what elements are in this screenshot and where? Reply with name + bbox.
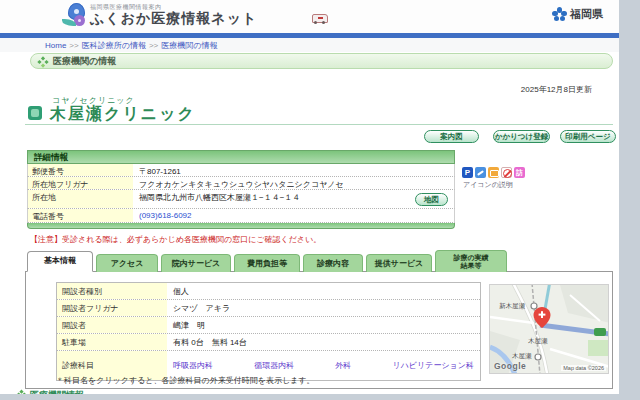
browser-viewport: 福岡県医療機関情報案内 ふくおか医療情報ネット 福岡県 Home>>医科診療所の… bbox=[0, 0, 640, 400]
clover-icon bbox=[17, 390, 27, 394]
breadcrumb-home[interactable]: Home bbox=[45, 41, 66, 50]
map-attribution: Map data ©2026 bbox=[561, 365, 606, 371]
section-title-bar: 医療機関の情報 bbox=[30, 53, 613, 69]
table-row: 開設者フリガナ シマヅ アキラ bbox=[57, 300, 480, 317]
tab-basic-info[interactable]: 基本情報 bbox=[27, 251, 93, 272]
row-label: 開設者フリガナ bbox=[57, 300, 167, 316]
row-label: 開設者種別 bbox=[57, 283, 167, 299]
updated-date: 2025年12月8日更新 bbox=[521, 84, 592, 95]
title-underline bbox=[25, 124, 613, 125]
basic-info-panel: 開設者種別 個人 開設者フリガナ シマヅ アキラ 開設者 嶋津 明 駐車場 有料… bbox=[25, 271, 613, 389]
dept-link-respiratory[interactable]: 呼吸器内科 bbox=[173, 360, 213, 371]
location-map[interactable]: 新木屋瀬 木屋瀬 木屋瀬 Google Map data ©2026 bbox=[489, 284, 609, 374]
breadcrumb: Home>>医科診療所の情報>>医療機関の情報 bbox=[45, 40, 217, 51]
details-table-header: 詳細情報 bbox=[27, 150, 455, 164]
prefecture-logo[interactable]: 福岡県 bbox=[552, 7, 603, 22]
section-title: 医療機関の情報 bbox=[53, 56, 116, 66]
tab-hospital-services[interactable]: 院内サービス bbox=[161, 254, 231, 272]
postal-code-value: 〒807-1261 bbox=[133, 164, 454, 176]
accessibility-icon bbox=[475, 167, 486, 178]
founder-kana-value: シマヅ アキラ bbox=[167, 300, 480, 316]
basic-info-table: 開設者種別 個人 開設者フリガナ シマヅ アキラ 開設者 嶋津 明 駐車場 有料… bbox=[56, 282, 481, 381]
breadcrumb-clinic-list[interactable]: 医科診療所の情報 bbox=[82, 41, 146, 50]
table-row: 所在地フリガナ フクオカケンキタキュウシュウシヤハタニシクコヤノセ bbox=[27, 177, 455, 190]
visit-icon: 訪 bbox=[514, 167, 525, 178]
site-logo-flower-icon bbox=[62, 3, 88, 30]
breadcrumb-current[interactable]: 医療機関の情報 bbox=[161, 41, 217, 50]
tab-access[interactable]: アクセス bbox=[96, 254, 158, 272]
row-label: 駐車場 bbox=[57, 334, 167, 350]
guide-map-button[interactable]: 案内図 bbox=[424, 130, 479, 143]
site-header: 福岡県医療機関情報案内 ふくおか医療情報ネット 福岡県 bbox=[0, 0, 619, 33]
google-logo: Google bbox=[494, 361, 526, 371]
details-table: 詳細情報 郵便番号 〒807-1261 所在地フリガナ フクオカケンキタキュウシ… bbox=[27, 150, 455, 229]
parking-value: 有料 0台 無料 14台 bbox=[167, 334, 480, 350]
table-row: 駐車場 有料 0台 無料 14台 bbox=[57, 334, 480, 351]
table-row: 郵便番号 〒807-1261 bbox=[27, 164, 455, 177]
page: 福岡県医療機関情報案内 ふくおか医療情報ネット 福岡県 Home>>医科診療所の… bbox=[0, 0, 619, 394]
no-smoking-icon bbox=[501, 167, 512, 178]
address-kana-value: フクオカケンキタキュウシュウシヤハタニシクコヤノセ bbox=[133, 177, 454, 189]
clinic-bullet-icon bbox=[28, 106, 42, 120]
departments-note: ＊科目名をクリックすると、各診療科目の外来受付時間を表示します。 bbox=[56, 375, 314, 386]
kakaritsuke-register-button[interactable]: かかりつけ登録 bbox=[493, 130, 550, 143]
dept-link-rehabilitation[interactable]: リハビリテーション科 bbox=[392, 360, 474, 371]
clover-icon bbox=[37, 56, 48, 67]
address-value: 福岡県北九州市八幡西区木屋瀬１−１４−１４ 地図 bbox=[133, 190, 454, 208]
card-icon bbox=[488, 167, 499, 178]
parking-icon: P bbox=[462, 167, 473, 178]
row-label: 所在地フリガナ bbox=[28, 177, 133, 189]
map-button[interactable]: 地図 bbox=[415, 193, 448, 206]
map-station-bottom-label: 木屋瀬 bbox=[512, 352, 532, 361]
phone-number-link[interactable]: (093)618-6092 bbox=[133, 209, 454, 222]
map-station-top-label: 新木屋瀬 bbox=[499, 302, 525, 311]
site-title[interactable]: ふくおか医療情報ネット bbox=[90, 10, 257, 28]
row-label: 所在地 bbox=[28, 190, 133, 208]
table-row: 開設者種別 個人 bbox=[57, 283, 480, 300]
founder-type-value: 個人 bbox=[167, 283, 480, 299]
plum-blossom-icon bbox=[552, 7, 567, 22]
icon-explanation-link[interactable]: アイコンの説明 bbox=[463, 180, 513, 190]
tab-costs[interactable]: 費用負担等 bbox=[234, 254, 300, 272]
dept-link-surgery[interactable]: 外科 bbox=[335, 360, 351, 371]
row-label: 郵便番号 bbox=[28, 164, 133, 176]
dept-link-cardiology[interactable]: 循環器内科 bbox=[254, 360, 294, 371]
ambulance-icon bbox=[312, 14, 328, 23]
row-label: 開設者 bbox=[57, 317, 167, 333]
tab-medical-content[interactable]: 診療内容 bbox=[303, 254, 363, 272]
founder-value: 嶋津 明 bbox=[167, 317, 480, 333]
table-row: 電話番号 (093)618-6092 bbox=[27, 209, 455, 223]
notice-text: 【注意】受診される際は、必ずあらかじめ各医療機関の窓口にご確認ください。 bbox=[30, 234, 321, 245]
details-table-footer bbox=[27, 223, 455, 229]
row-label: 電話番号 bbox=[28, 209, 133, 222]
prefecture-name: 福岡県 bbox=[570, 7, 603, 22]
next-section-heading-partial: 医療機関情報 bbox=[30, 389, 84, 394]
tab-results[interactable]: 診療の実績 結果等 bbox=[435, 250, 507, 272]
print-page-button[interactable]: 印刷用ページ bbox=[560, 130, 616, 143]
tab-provided-services[interactable]: 提供サービス bbox=[366, 254, 432, 272]
map-area-label: 木屋瀬 bbox=[528, 337, 548, 346]
table-row: 開設者 嶋津 明 bbox=[57, 317, 480, 334]
clinic-name: 木屋瀬クリニック bbox=[50, 104, 196, 125]
facility-icon-strip: P 訪 bbox=[462, 167, 525, 178]
table-row: 所在地 福岡県北九州市八幡西区木屋瀬１−１４−１４ 地図 bbox=[27, 190, 455, 209]
